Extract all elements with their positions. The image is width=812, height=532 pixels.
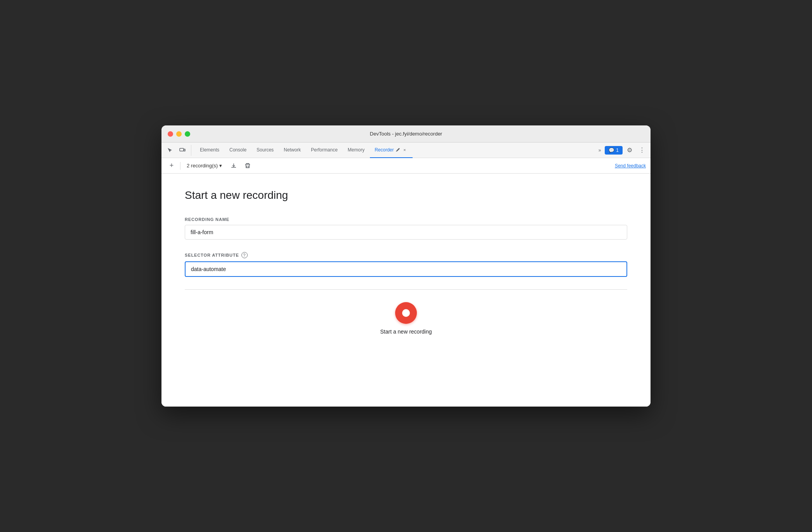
recording-name-section: RECORDING NAME: [185, 217, 627, 240]
devtools-window: DevTools - jec.fyi/demo/recorder E: [161, 125, 651, 407]
device-toggle-button[interactable]: [177, 145, 188, 156]
tab-right-controls: » 💬 1 ⚙ ⋮: [596, 145, 647, 156]
settings-button[interactable]: ⚙: [624, 145, 635, 156]
record-button-inner: [402, 309, 410, 317]
record-area: Start a new recording: [185, 290, 627, 347]
window-title: DevTools - jec.fyi/demo/recorder: [370, 131, 442, 137]
tab-memory[interactable]: Memory: [343, 143, 369, 158]
maximize-button[interactable]: [185, 131, 190, 137]
tab-console[interactable]: Console: [225, 143, 251, 158]
window-controls: [168, 131, 190, 137]
tab-elements[interactable]: Elements: [195, 143, 224, 158]
chevron-down-icon: ▾: [219, 163, 222, 169]
record-button-label: Start a new recording: [380, 329, 432, 335]
send-feedback-link[interactable]: Send feedback: [615, 163, 646, 169]
help-icon[interactable]: ?: [241, 252, 248, 258]
minimize-button[interactable]: [176, 131, 182, 137]
add-recording-button[interactable]: +: [166, 160, 177, 171]
close-button[interactable]: [168, 131, 173, 137]
ellipsis-icon: ⋮: [639, 146, 645, 154]
tab-sources[interactable]: Sources: [252, 143, 278, 158]
more-options-button[interactable]: ⋮: [637, 145, 647, 156]
tab-network[interactable]: Network: [279, 143, 305, 158]
tab-performance[interactable]: Performance: [306, 143, 342, 158]
recording-name-input[interactable]: [185, 225, 627, 240]
close-tab-button[interactable]: ×: [402, 147, 408, 153]
svg-rect-1: [184, 149, 185, 151]
pin-icon: [396, 148, 400, 152]
plus-icon: +: [170, 162, 174, 170]
title-bar: DevTools - jec.fyi/demo/recorder: [161, 125, 651, 143]
devtools-panel: Elements Console Sources Network Perform…: [161, 143, 651, 407]
more-tabs-button[interactable]: »: [596, 146, 604, 155]
delete-recording-button[interactable]: [242, 160, 253, 171]
selector-attribute-section: SELECTOR ATTRIBUTE ?: [185, 252, 627, 277]
selector-attribute-input[interactable]: [185, 261, 627, 277]
svg-rect-0: [180, 148, 184, 151]
download-icon: [231, 163, 237, 169]
recording-name-label: RECORDING NAME: [185, 217, 627, 222]
tab-recorder[interactable]: Recorder ×: [370, 143, 412, 158]
toolbar-divider: [180, 162, 180, 170]
selector-attribute-label: SELECTOR ATTRIBUTE ?: [185, 252, 627, 258]
tab-bar: Elements Console Sources Network Perform…: [161, 143, 651, 158]
cursor-tool-button[interactable]: [165, 145, 175, 156]
tool-buttons: [165, 145, 191, 156]
trash-icon: [245, 163, 251, 169]
recording-selector[interactable]: 2 recording(s) ▾: [184, 161, 225, 170]
comment-button[interactable]: 💬 1: [605, 146, 623, 155]
recorder-toolbar: + 2 recording(s) ▾ Send feedback: [161, 158, 651, 174]
comment-icon: 💬: [609, 148, 614, 153]
export-recording-button[interactable]: [228, 160, 239, 171]
start-recording-button[interactable]: [395, 302, 417, 324]
gear-icon: ⚙: [627, 146, 632, 154]
page-title: Start a new recording: [185, 189, 627, 202]
main-content: Start a new recording RECORDING NAME SEL…: [161, 174, 651, 407]
